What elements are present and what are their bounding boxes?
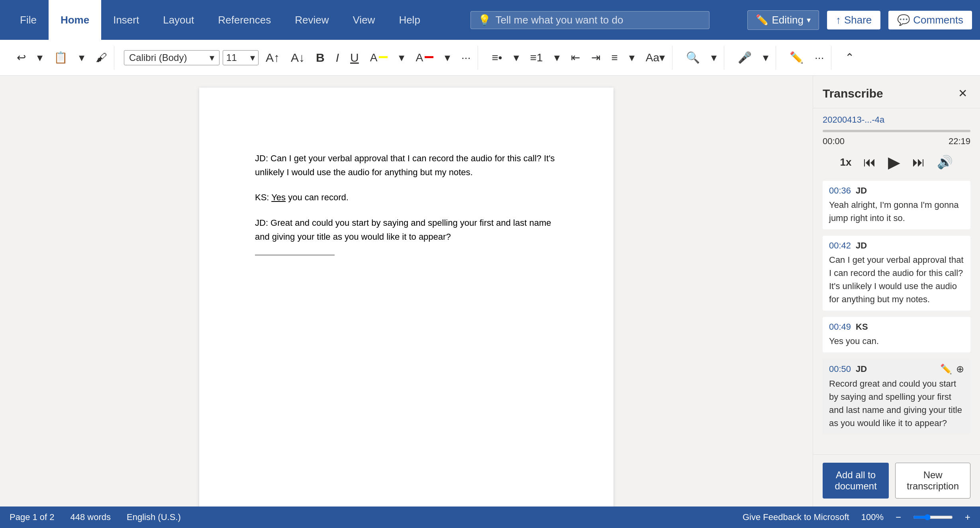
comments-label: Comments — [913, 14, 963, 26]
clipboard-dropdown[interactable]: ▾ — [75, 49, 88, 66]
share-button[interactable]: ↑ Share — [827, 11, 880, 29]
transcript-entry-header-1: 00:42 JD — [829, 241, 964, 251]
transcript-entry-actions-3: ✏️ ⊕ — [940, 364, 964, 375]
audio-progress-bar[interactable] — [823, 130, 970, 132]
edit-transcript-button[interactable]: ✏️ — [940, 364, 952, 375]
tab-layout[interactable]: Layout — [151, 0, 206, 40]
skip-back-button[interactable]: ⏮ — [863, 155, 876, 170]
page-info: Page 1 of 2 — [10, 512, 55, 522]
undo-button[interactable]: ↩ — [13, 49, 30, 66]
styles-dropdown[interactable]: Aa▾ — [642, 49, 669, 66]
comments-toolbar-button[interactable]: ✏️ — [786, 49, 808, 66]
bold-button[interactable]: B — [312, 49, 329, 67]
status-bar-right: Give Feedback to Microsoft 100% − + — [743, 512, 970, 523]
font-size-chevron: ▾ — [250, 52, 255, 63]
share-label: Share — [844, 14, 872, 26]
editing-label: Editing — [772, 14, 804, 26]
play-button[interactable]: ▶ — [888, 153, 900, 171]
more-group: ✏️ ··· — [782, 46, 831, 70]
decrease-font-button[interactable]: A↓ — [287, 49, 309, 67]
search-box[interactable]: 💡 — [470, 11, 710, 29]
numbered-dropdown[interactable]: ▾ — [550, 49, 564, 66]
undo-group: ↩ ▾ 📋 ▾ 🖌 — [10, 46, 114, 70]
transcribe-panel: Transcribe ✕ 20200413-...-4a 00:00 22:19… — [813, 76, 980, 506]
search-input[interactable] — [496, 14, 695, 26]
zoom-out-button[interactable]: − — [896, 512, 901, 523]
highlight-dropdown[interactable]: ▾ — [395, 49, 408, 66]
transcript-text-0: Yeah alright, I'm gonna I'm gonna jump r… — [829, 198, 964, 225]
tab-help[interactable]: Help — [387, 0, 432, 40]
bullet-dropdown[interactable]: ▾ — [510, 49, 523, 66]
tab-references-label: References — [218, 14, 271, 26]
transcribe-content: 20200413-...-4a 00:00 22:19 1x ⏮ ▶ ⏭ 🔊 0… — [813, 108, 980, 454]
font-name-selector[interactable]: Calibri (Body) ▾ — [124, 50, 220, 65]
numbered-list-button[interactable]: ≡1 — [526, 49, 547, 66]
font-color-dropdown[interactable]: ▾ — [441, 49, 454, 66]
editing-button[interactable]: ✏️ Editing ▾ — [747, 10, 819, 30]
playback-speed-button[interactable]: 1x — [840, 156, 852, 168]
highlight-button[interactable]: A — [366, 49, 392, 66]
volume-button[interactable]: 🔊 — [937, 154, 953, 170]
find-dropdown[interactable]: ▾ — [707, 49, 721, 66]
highlight-icon: A — [370, 51, 378, 64]
increase-indent-button[interactable]: ⇥ — [587, 49, 604, 66]
add-transcript-button[interactable]: ⊕ — [956, 364, 964, 375]
add-all-to-document-button[interactable]: Add all to document — [823, 463, 889, 499]
underline-button[interactable]: U — [346, 49, 363, 67]
more-options-button[interactable]: ··· — [811, 49, 828, 66]
audio-controls: 1x ⏮ ▶ ⏭ 🔊 — [823, 153, 970, 171]
toolbar: ↩ ▾ 📋 ▾ 🖌 Calibri (Body) ▾ 11 ▾ A↑ A↓ B … — [0, 40, 980, 76]
comments-button[interactable]: 💬 Comments — [888, 11, 972, 29]
transcribe-footer: Add all to document New transcription — [813, 454, 980, 506]
chevron-down-icon: ▾ — [807, 15, 811, 25]
transcript-entry-header-3: 00:50 JD ✏️ ⊕ — [829, 364, 964, 375]
tab-view[interactable]: View — [341, 0, 387, 40]
transcript-speaker-3: JD — [856, 364, 867, 374]
zoom-in-button[interactable]: + — [965, 512, 970, 523]
transcript-speaker-1: JD — [856, 241, 867, 251]
doc-paragraph-1: JD: Can I get your verbal approval that … — [255, 151, 558, 179]
tab-help-label: Help — [399, 14, 420, 26]
skip-forward-button[interactable]: ⏭ — [912, 155, 925, 170]
transcribe-close-button[interactable]: ✕ — [955, 85, 970, 102]
transcript-speaker-0: JD — [856, 186, 867, 196]
italic-button[interactable]: I — [332, 49, 343, 67]
dictate-dropdown[interactable]: ▾ — [759, 49, 772, 66]
collapse-ribbon-button[interactable]: ⌃ — [841, 49, 858, 66]
clipboard-button[interactable]: 📋 — [50, 49, 72, 66]
dictate-button[interactable]: 🎤 — [734, 49, 756, 66]
font-size-selector[interactable]: 11 ▾ — [223, 50, 259, 65]
new-transcription-button[interactable]: New transcription — [895, 463, 970, 499]
tab-references[interactable]: References — [206, 0, 283, 40]
more-font-options[interactable]: ··· — [457, 49, 474, 66]
align-button[interactable]: ≡ — [608, 49, 622, 66]
feedback-label[interactable]: Give Feedback to Microsoft — [743, 512, 849, 522]
ribbon-tabs: File Home Insert Layout References Revie… — [8, 0, 432, 40]
transcript-entry-header-2: 00:49 KS — [829, 322, 964, 332]
collapse-group: ⌃ — [838, 46, 861, 70]
ribbon-right: ✏️ Editing ▾ ↑ Share 💬 Comments — [747, 10, 972, 30]
tab-view-label: View — [353, 14, 375, 26]
decrease-indent-button[interactable]: ⇤ — [567, 49, 584, 66]
bullet-list-button[interactable]: ≡• — [488, 49, 506, 66]
tab-home-label: Home — [61, 14, 89, 26]
find-button[interactable]: 🔍 — [682, 49, 704, 66]
tab-review[interactable]: Review — [283, 0, 341, 40]
tab-home[interactable]: Home — [49, 0, 101, 40]
undo-dropdown[interactable]: ▾ — [33, 49, 47, 66]
dictate-group: 🎤 ▾ — [731, 46, 776, 70]
format-painter-button[interactable]: 🖌 — [92, 49, 111, 66]
transcribe-title: Transcribe — [823, 87, 883, 100]
zoom-slider[interactable] — [913, 514, 953, 520]
transcript-entry-0: 00:36 JD Yeah alright, I'm gonna I'm gon… — [823, 181, 970, 229]
transcript-text-1: Can I get your verbal approval that I ca… — [829, 253, 964, 306]
comment-icon: 💬 — [897, 14, 910, 26]
font-color-button[interactable]: A — [412, 49, 437, 66]
tab-file[interactable]: File — [8, 0, 49, 40]
increase-font-button[interactable]: A↑ — [262, 49, 284, 67]
align-dropdown[interactable]: ▾ — [625, 49, 639, 66]
tab-insert[interactable]: Insert — [101, 0, 151, 40]
ribbon: File Home Insert Layout References Revie… — [0, 0, 980, 40]
tab-review-label: Review — [295, 14, 329, 26]
pencil-icon: ✏️ — [756, 14, 768, 26]
